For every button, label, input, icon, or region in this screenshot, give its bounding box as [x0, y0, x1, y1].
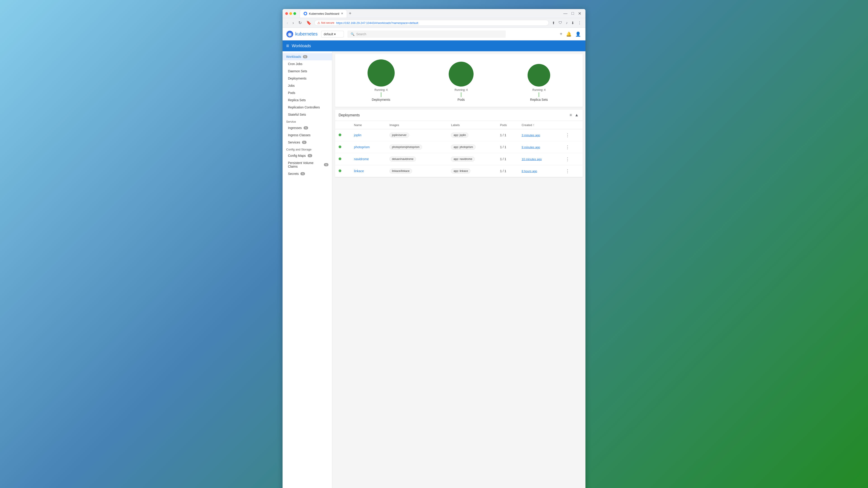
sidebar-item-deployments[interactable]: Deployments	[283, 75, 332, 82]
image-chip: deluan/navidrome	[390, 157, 416, 162]
minimize-button[interactable]: —	[562, 10, 569, 17]
created-time-link[interactable]: 8 hours ago	[522, 169, 537, 173]
row-label-cell: app: joplin	[447, 129, 496, 141]
replicasets-chart: Running: 4 Replica Sets	[528, 64, 550, 101]
bookmark-button[interactable]: 🔖	[305, 20, 313, 26]
status-dot	[339, 158, 341, 160]
replicasets-circle	[528, 64, 550, 87]
row-more-cell[interactable]: ⋮	[560, 165, 583, 177]
row-label-cell: app: linkace	[447, 165, 496, 177]
sidebar-item-cron-jobs[interactable]: Cron Jobs	[283, 60, 332, 68]
sidebar-item-jobs[interactable]: Jobs	[283, 82, 332, 89]
workloads-badge: N	[303, 55, 307, 58]
address-bar[interactable]: ⚠ Not secure https://192.168.29.247:1044…	[314, 20, 549, 26]
main-layout: Workloads N Cron Jobs Daemon Sets Deploy…	[283, 51, 585, 488]
security-icon: ⚠	[317, 21, 320, 25]
deployment-name-link[interactable]: photoprism	[354, 145, 370, 149]
replicasets-line	[539, 92, 539, 97]
table-row: navidrome deluan/navidrome app: navidrom…	[335, 153, 583, 165]
sidebar-item-services[interactable]: Services N	[283, 139, 332, 146]
deployments-running-label: Running: 4	[375, 88, 388, 92]
col-pods: Pods	[496, 121, 518, 129]
search-icon: 🔍	[350, 32, 354, 36]
sidebar-item-replication-controllers[interactable]: Replication Controllers	[283, 104, 332, 111]
download-button[interactable]: ⬇	[570, 20, 576, 26]
sidebar-toggle-icon[interactable]: ≡	[286, 43, 289, 49]
sidebar-item-ingresses[interactable]: Ingresses N	[283, 124, 332, 131]
browser-menu-button[interactable]: ⋮	[577, 20, 583, 26]
ingresses-badge: N	[304, 126, 308, 129]
maximize-button[interactable]: □	[570, 10, 575, 17]
row-status-cell	[335, 153, 350, 165]
label-chip: app: linkace	[451, 168, 470, 173]
namespace-selector[interactable]: default ▾	[321, 31, 344, 37]
image-chip: photoprism/photoprism	[390, 144, 422, 150]
refresh-button[interactable]: ↻	[297, 20, 303, 26]
shield-button[interactable]: 🛡	[557, 20, 563, 26]
col-images: Images	[386, 121, 447, 129]
url-display[interactable]: https://192.168.29.247:10443/#/workloads…	[336, 21, 418, 25]
sidebar-item-pvc[interactable]: Persistent Volume Claims N	[283, 159, 332, 170]
deployment-name-link[interactable]: linkace	[354, 169, 364, 173]
tab-favicon	[304, 12, 307, 15]
close-tab-button[interactable]: ×	[341, 11, 343, 15]
new-tab-button[interactable]: +	[347, 10, 353, 17]
header-actions: + 🔔 👤	[559, 31, 582, 38]
deployment-name-link[interactable]: navidrome	[354, 157, 369, 161]
image-chip: linkace/linkace	[390, 168, 412, 173]
status-dot	[339, 133, 341, 136]
row-more-button[interactable]: ⋮	[564, 132, 571, 138]
sidebar-item-daemon-sets[interactable]: Daemon Sets	[283, 68, 332, 75]
sidebar-item-config-maps[interactable]: Config Maps N	[283, 152, 332, 159]
row-more-button[interactable]: ⋮	[564, 168, 571, 174]
row-name-cell[interactable]: photoprism	[350, 141, 386, 153]
col-labels: Labels	[447, 121, 496, 129]
add-button[interactable]: +	[559, 31, 563, 37]
share-button[interactable]: ⬆	[551, 20, 556, 26]
row-more-cell[interactable]: ⋮	[560, 141, 583, 153]
forward-button[interactable]: ›	[291, 20, 295, 26]
row-pods-cell: 1 / 1	[496, 165, 518, 177]
sidebar-item-ingress-classes[interactable]: Ingress Classes	[283, 131, 332, 139]
close-window-button[interactable]: ✕	[577, 10, 583, 17]
row-pods-cell: 1 / 1	[496, 129, 518, 141]
row-more-cell[interactable]: ⋮	[560, 153, 583, 165]
sidebar-item-replica-sets[interactable]: Replica Sets	[283, 96, 332, 104]
row-more-cell[interactable]: ⋮	[560, 129, 583, 141]
collapse-button[interactable]: ▲	[574, 112, 579, 118]
music-button[interactable]: ♪	[564, 20, 569, 26]
page-title: Workloads	[292, 43, 311, 48]
account-button[interactable]: 👤	[575, 31, 582, 38]
row-name-cell[interactable]: joplin	[350, 129, 386, 141]
col-created[interactable]: Created ↑	[518, 121, 560, 129]
sidebar-item-stateful-sets[interactable]: Stateful Sets	[283, 111, 332, 118]
created-time-link[interactable]: 9 minutes ago	[522, 145, 540, 149]
notifications-button[interactable]: 🔔	[565, 31, 572, 38]
table-row: photoprism photoprism/photoprism app: ph…	[335, 141, 583, 153]
pods-running-label: Running: 4	[455, 88, 468, 92]
table-header-row: Name Images Labels Pods Created ↑	[335, 121, 583, 129]
row-pods-cell: 1 / 1	[496, 141, 518, 153]
row-label-cell: app: photoprism	[447, 141, 496, 153]
row-more-button[interactable]: ⋮	[564, 144, 571, 150]
browser-tab[interactable]: Kubernetes Dashboard ×	[300, 9, 347, 18]
deployment-name-link[interactable]: joplin	[354, 133, 362, 137]
table-row: linkace linkace/linkace app: linkace 1 /…	[335, 165, 583, 177]
sidebar-item-workloads[interactable]: Workloads N	[283, 53, 332, 60]
secrets-badge: N	[301, 172, 305, 175]
row-more-button[interactable]: ⋮	[564, 156, 571, 162]
created-time-link[interactable]: 3 minutes ago	[522, 133, 540, 137]
services-badge: N	[302, 141, 307, 144]
created-time-link[interactable]: 10 minutes ago	[522, 158, 542, 161]
col-name[interactable]: Name	[350, 121, 386, 129]
row-name-cell[interactable]: navidrome	[350, 153, 386, 165]
filter-button[interactable]: ≡	[569, 112, 572, 118]
search-bar[interactable]: 🔍 Search	[347, 31, 506, 38]
section-actions: ≡ ▲	[569, 112, 579, 118]
back-button[interactable]: ‹	[285, 20, 289, 26]
sidebar-item-secrets[interactable]: Secrets N	[283, 170, 332, 177]
row-name-cell[interactable]: linkace	[350, 165, 386, 177]
pvc-badge: N	[324, 163, 329, 166]
sidebar-item-pods[interactable]: Pods	[283, 89, 332, 96]
pods-label: Pods	[458, 98, 465, 101]
